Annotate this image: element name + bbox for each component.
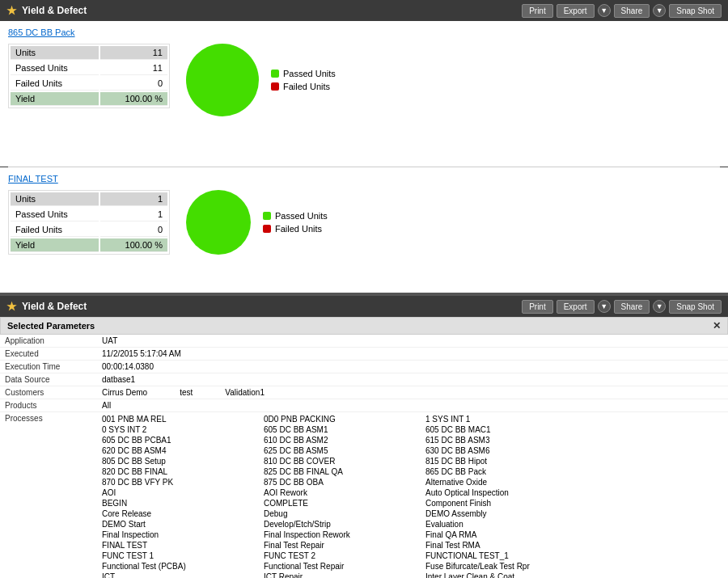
process-item: COMPLETE [264, 498, 425, 508]
s2-legend-failed-dot [263, 225, 271, 233]
param-value: Cirrus DemotestValidation1 [97, 386, 728, 399]
process-item: 610 DC BB ASM2 [264, 435, 425, 445]
process-item: 1 SYS INT 1 [425, 414, 587, 424]
process-item: 865 DC BB Pack [425, 466, 587, 477]
bottom-star-icon: ★ [6, 300, 17, 313]
param-label: Data Source [0, 373, 97, 386]
process-item: Core Release [102, 508, 264, 519]
bottom-print-button[interactable]: Print [522, 300, 553, 314]
process-item: Inter Layer Clean & Coat [425, 572, 587, 578]
process-item: 630 DC BB ASM6 [425, 445, 587, 456]
bottom-share-options-button[interactable]: ▼ [653, 300, 666, 313]
process-item: DEMO Assembly [425, 508, 587, 519]
section-one-stats-table: Units 11 Passed Units 11 Failed Units 0 … [8, 44, 170, 108]
process-item: Final Test Repair [264, 540, 425, 551]
bottom-share-button[interactable]: Share [614, 300, 650, 314]
process-item: 875 DC BB OBA [264, 477, 425, 487]
bottom-export-options-button[interactable]: ▼ [598, 300, 611, 313]
process-item: Final Inspection [102, 529, 264, 540]
s2-legend-passed-dot [263, 212, 271, 220]
snapshot-button[interactable]: Snap Shot [669, 4, 722, 18]
customer-item: Validation1 [225, 388, 265, 397]
share-button[interactable]: Share [614, 4, 650, 18]
process-item: Final QA RMA [425, 529, 587, 540]
process-item: Final Test RMA [425, 540, 587, 551]
star-icon: ★ [6, 4, 17, 17]
table-row: ApplicationUAT [0, 335, 728, 348]
s2-legend-passed: Passed Units [263, 211, 328, 221]
params-close-button[interactable]: ✕ [713, 320, 721, 331]
process-item: 815 DC BB Hipot [425, 456, 587, 466]
s2-failed-label: Failed Units [11, 223, 99, 237]
process-item: 0 SYS INT 2 [102, 424, 264, 435]
process-item: 620 DC BB ASM4 [102, 445, 264, 456]
params-table: ApplicationUATExecuted11/2/2015 5:17:04 … [0, 335, 728, 578]
param-value: datbase1 [97, 373, 728, 386]
top-panel-title: ★ Yield & Defect [6, 4, 87, 17]
param-label: Customers [0, 386, 97, 399]
top-panel: ★ Yield & Defect Print Export ▼ Share ▼ … [0, 0, 728, 294]
param-value: All [97, 399, 728, 412]
table-row: ProductsAll [0, 399, 728, 412]
s2-legend-failed: Failed Units [263, 224, 328, 234]
process-item: Debug [264, 508, 425, 519]
process-item: BEGIN [102, 498, 264, 508]
export-options-button[interactable]: ▼ [598, 4, 611, 17]
process-item: 0D0 PNB PACKING [264, 414, 425, 424]
s2-yield-label: Yield [11, 238, 99, 252]
process-item: ICT Repair [264, 572, 425, 578]
legend-passed-label: Passed Units [283, 69, 336, 78]
table-row: CustomersCirrus DemotestValidation1 [0, 386, 728, 399]
process-item: 820 DC BB FINAL [102, 466, 264, 477]
process-item: FUNCTIONAL TEST_1 [425, 551, 587, 561]
export-button[interactable]: Export [557, 4, 595, 18]
param-value: UAT [97, 335, 728, 348]
bottom-panel-buttons: Print Export ▼ Share ▼ Snap Shot [522, 300, 722, 314]
share-options-button[interactable]: ▼ [653, 4, 666, 17]
section-one-link[interactable]: 865 DC BB Pack [8, 27, 720, 37]
param-value: 001 PNB MA REL0D0 PNB PACKING1 SYS INT 1… [97, 412, 728, 579]
table-row: Processes001 PNB MA REL0D0 PNB PACKING1 … [0, 412, 728, 579]
section-two-chart-area: Passed Units Failed Units [186, 190, 328, 255]
section-two-legend: Passed Units Failed Units [263, 211, 328, 234]
section-one-legend: Passed Units Failed Units [271, 69, 336, 91]
process-item: FUNC TEST 1 [102, 551, 264, 561]
legend-failed-label: Failed Units [283, 82, 330, 91]
process-item: AOI Rework [264, 487, 425, 498]
top-panel-header: ★ Yield & Defect Print Export ▼ Share ▼ … [0, 0, 728, 21]
table-row: Data Sourcedatbase1 [0, 373, 728, 386]
process-item: 625 DC BB ASM5 [264, 445, 425, 456]
section-two-stats-row: Units 1 Passed Units 1 Failed Units 0 Yi… [8, 190, 720, 255]
section-two-stats-table: Units 1 Passed Units 1 Failed Units 0 Yi… [8, 190, 170, 255]
process-item: DEMO Start [102, 519, 264, 529]
params-header: Selected Parameters ✕ [0, 317, 728, 335]
s2-legend-failed-label: Failed Units [275, 224, 322, 234]
units-label: Units [11, 46, 99, 60]
print-button[interactable]: Print [522, 4, 553, 18]
failed-label: Failed Units [11, 77, 99, 91]
param-label: Executed [0, 348, 97, 361]
param-label: Application [0, 335, 97, 348]
s2-legend-passed-label: Passed Units [275, 211, 328, 221]
section-one-pie-chart [186, 44, 259, 116]
process-item: 001 PNB MA REL [102, 414, 264, 424]
process-item: 825 DC BB FINAL QA [264, 466, 425, 477]
section-two-link[interactable]: FINAL TEST [8, 174, 720, 184]
process-item: Functional Test Repair [264, 561, 425, 572]
process-item: AOI [102, 487, 264, 498]
legend-failed-dot [271, 82, 279, 91]
section-one-content: 865 DC BB Pack Units 11 Passed Units 11 … [0, 21, 728, 167]
process-item: 605 DC BB MAC1 [425, 424, 587, 435]
param-label: Execution Time [0, 361, 97, 373]
bottom-panel: ★ Yield & Defect Print Export ▼ Share ▼ … [0, 294, 728, 578]
process-item: Develop/Etch/Strip [264, 519, 425, 529]
bottom-export-button[interactable]: Export [557, 300, 595, 314]
process-item: Evaluation [425, 519, 587, 529]
process-item: 805 DC BB Setup [102, 456, 264, 466]
units-value: 11 [100, 46, 167, 60]
section-two-content: FINAL TEST Units 1 Passed Units 1 Failed… [0, 167, 728, 293]
top-panel-buttons: Print Export ▼ Share ▼ Snap Shot [522, 4, 722, 18]
bottom-snapshot-button[interactable]: Snap Shot [669, 300, 722, 314]
passed-value: 11 [100, 61, 167, 75]
s2-units-label: Units [11, 192, 99, 206]
